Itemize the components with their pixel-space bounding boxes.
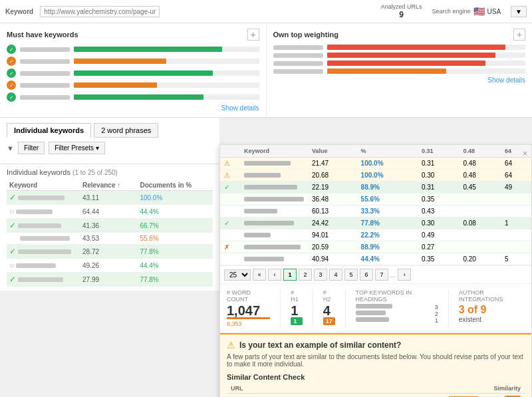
url-input[interactable] xyxy=(40,6,160,17)
data-table: Keyword Value % 0.31 0.48 64 ⚠ 21.47 100… xyxy=(220,145,531,265)
val-cell: 0.45 xyxy=(459,182,501,194)
filter-button[interactable]: Filter xyxy=(18,142,45,154)
relevance-cell: 64.44 xyxy=(80,205,137,219)
h2-value: 4 xyxy=(323,304,335,317)
h1-badge: 1 xyxy=(291,317,303,325)
kw-row-r xyxy=(273,45,526,50)
prev-first-btn[interactable]: « xyxy=(253,269,266,281)
page-1-btn[interactable]: 1 xyxy=(283,269,297,281)
pct-cell: 100.0% xyxy=(361,172,384,179)
x-icon: ✗ xyxy=(224,243,229,251)
pct-cell: 44.4% xyxy=(361,255,380,263)
pct-link[interactable]: 44.4% xyxy=(140,208,158,215)
word-count-label: # WORD COUNT xyxy=(227,289,270,303)
page-4-btn[interactable]: 4 xyxy=(329,269,342,281)
lower-section: Individual keywords 2 word phrases ▼ Fil… xyxy=(0,118,532,291)
top-kw-item: 2 xyxy=(356,311,438,317)
kw-row-r xyxy=(273,68,526,74)
warning-icon: ⚠ xyxy=(227,340,235,350)
show-details-left[interactable]: Show details xyxy=(7,104,259,112)
relevance-cell: 43.11 xyxy=(80,191,137,205)
kw-count: 2 xyxy=(435,311,438,317)
prev-btn[interactable]: ‹ xyxy=(268,269,281,281)
page-5-btn[interactable]: 5 xyxy=(344,269,358,281)
table-row: ○ 49.26 44.4% xyxy=(7,259,213,273)
warning-section: ⚠ Is your text an example of similar con… xyxy=(220,333,531,397)
kw-bar-container xyxy=(74,82,259,88)
panel-must-have-add[interactable]: + xyxy=(247,29,259,41)
analyzed-urls: Analyzed URLs 9 xyxy=(380,3,422,19)
tab-two-word[interactable]: 2 word phrases xyxy=(94,123,158,138)
data-row: ⚠ 20.68 100.0% 0.30 0.48 64 xyxy=(220,170,531,182)
col-documents: Documents in % xyxy=(137,180,213,191)
panel-own-top-add[interactable]: + xyxy=(513,29,525,41)
pct-link[interactable]: 77.8% xyxy=(140,276,158,283)
top-kw-block: TOP KEYWORDS IN HEADINGS 3 2 1 xyxy=(356,289,438,327)
val-cell: 20.68 xyxy=(308,170,357,182)
pct-link[interactable]: 77.8% xyxy=(140,248,158,255)
show-details-right[interactable]: Show details xyxy=(273,76,526,84)
pct-link[interactable]: 44.4% xyxy=(140,262,158,269)
kw-cell xyxy=(18,249,71,254)
filter-presets-button[interactable]: Filter Presets ▾ xyxy=(49,142,105,154)
sort-icon[interactable]: ↑ xyxy=(117,182,120,189)
pct-cell: 100.0% xyxy=(361,160,384,167)
data-row: ✗ 20.59 88.9% 0.27 xyxy=(220,241,531,253)
table-row: ✓ 28.72 77.8% xyxy=(7,245,213,259)
next-btn[interactable]: › xyxy=(398,269,411,281)
pct-link[interactable]: 66.7% xyxy=(140,222,158,229)
cell-blur xyxy=(244,197,304,201)
similar-table: URL Similarity xyxy=(227,384,525,397)
keyword-label: Keyword xyxy=(5,8,33,15)
page-7-btn[interactable]: 7 xyxy=(375,269,388,281)
per-page-select[interactable]: 25 xyxy=(224,269,251,281)
val-cell: 1 xyxy=(501,217,531,229)
h1-value: 1 xyxy=(291,304,303,317)
kw-blur xyxy=(356,311,386,315)
val-cell: 0.35 xyxy=(418,194,460,205)
panel-must-have-title: Must have keywords xyxy=(7,31,78,39)
col-h3: Value xyxy=(308,145,357,158)
pct-link[interactable]: 55.6% xyxy=(140,235,158,242)
top-kw-label: TOP KEYWORDS IN HEADINGS xyxy=(356,289,438,303)
cell-blur xyxy=(244,221,294,225)
main-container: Keyword Analyzed URLs 9 Search engine 🇺🇸… xyxy=(0,0,532,397)
page-3-btn[interactable]: 3 xyxy=(314,269,327,281)
page-2-btn[interactable]: 2 xyxy=(299,269,312,281)
kw-cell xyxy=(20,236,70,241)
h1-block: # H1 1 1 xyxy=(291,289,303,327)
kw-bar-container xyxy=(327,45,526,50)
kw-icon-green xyxy=(7,45,16,54)
relevance-cell: 28.72 xyxy=(80,245,137,259)
kw-icon-green xyxy=(7,92,16,102)
flag-icon: 🇺🇸 xyxy=(473,6,485,17)
kw-bar-container xyxy=(74,94,259,100)
page-6-btn[interactable]: 6 xyxy=(360,269,373,281)
search-engine-label: Search engine xyxy=(432,8,470,15)
val-cell: 60.13 xyxy=(308,205,357,217)
kw-text xyxy=(273,69,323,74)
tab-individual[interactable]: Individual keywords xyxy=(7,123,91,138)
kw-row-r xyxy=(273,61,526,66)
kw-text xyxy=(20,47,70,52)
check-icon: ✓ xyxy=(224,184,229,191)
col-h5: 0.31 xyxy=(418,145,460,158)
keywords-table: Keyword Relevance ↑ Documents in % ✓ 43.… xyxy=(7,180,213,287)
kw-icon-orange xyxy=(7,57,16,66)
dropdown-button[interactable]: ▼ xyxy=(511,6,527,17)
kw-row xyxy=(7,92,259,102)
pct-link[interactable]: 100.0% xyxy=(140,194,162,201)
warning-description: A few parts of your text are similar to … xyxy=(227,353,525,368)
val-cell: 22.19 xyxy=(308,182,357,194)
word-count-block: # WORD COUNT 1,047 6,353 xyxy=(227,289,270,327)
close-button[interactable]: × xyxy=(523,149,527,158)
kw-cell xyxy=(18,277,63,282)
col-relevance: Relevance ↑ xyxy=(80,180,137,191)
overlay-panel: × Keyword Value % 0.31 0.48 64 xyxy=(219,144,532,397)
kw-bar-container xyxy=(327,61,526,66)
stats-row: # WORD COUNT 1,047 6,353 # H1 1 1 # H2 4… xyxy=(220,283,531,333)
kw-range: 1 to 25 of 250 xyxy=(74,169,115,176)
pagination-row: 25 « ‹ 1 2 3 4 5 6 7 ... › xyxy=(220,265,531,283)
kw-count: 3 xyxy=(435,304,438,311)
data-row: 94.01 22.2% 0.49 xyxy=(220,229,531,241)
